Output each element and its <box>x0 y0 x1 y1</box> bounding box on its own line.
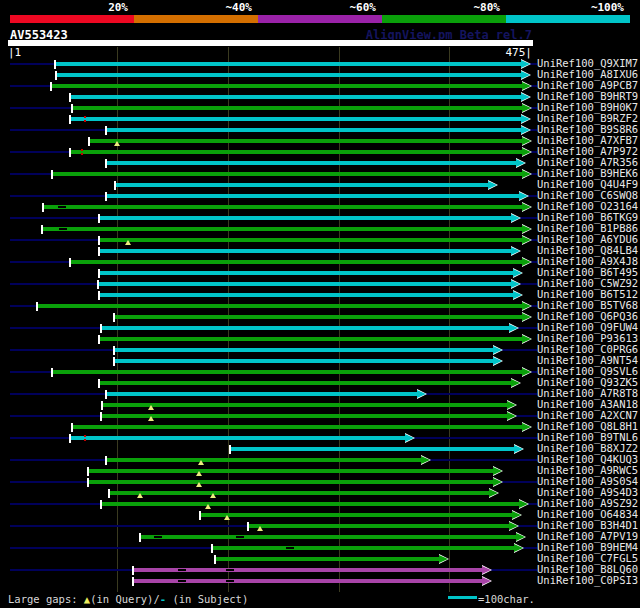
alignment-bar[interactable] <box>213 546 516 550</box>
subject-gap-marker <box>226 580 234 582</box>
alignment-bar[interactable] <box>73 106 523 110</box>
alignment-arrowhead <box>522 203 531 211</box>
alignment-bar[interactable] <box>71 436 406 440</box>
alignment-bar[interactable] <box>110 491 490 495</box>
subject-gap-marker <box>236 536 244 538</box>
alignment-arrowhead <box>512 511 521 519</box>
alignment-arrowhead <box>522 137 531 145</box>
alignment-bar[interactable] <box>100 249 512 253</box>
alignment-arrowhead <box>482 566 491 574</box>
query-gap-marker <box>224 515 230 520</box>
alignment-bar[interactable] <box>89 480 495 484</box>
alignment-arrowhead <box>516 159 525 167</box>
alignment-bar[interactable] <box>71 260 523 264</box>
alignment-arrowhead <box>521 93 530 101</box>
alignment-arrowhead <box>421 456 430 464</box>
alignment-arrowhead <box>522 170 531 178</box>
alignment-bar[interactable] <box>100 293 514 297</box>
alignment-arrowhead <box>493 357 502 365</box>
alignment-bar[interactable] <box>38 304 523 308</box>
alignment-bar[interactable] <box>102 414 508 418</box>
identity-scale-label: ~100% <box>500 2 624 14</box>
identity-scale-label: ~80% <box>376 2 500 14</box>
alignment-arrowhead <box>521 126 530 134</box>
gap-legend-query-text: (in Query)/ <box>90 593 160 605</box>
alignment-bar[interactable] <box>52 84 523 88</box>
subject-gap-marker <box>226 569 234 571</box>
alignment-bar[interactable] <box>107 128 521 132</box>
query-gap-marker <box>137 493 143 498</box>
scale-legend-bar <box>448 596 477 599</box>
identity-scale-label: ~40% <box>128 2 252 14</box>
alignment-bar[interactable] <box>107 161 517 165</box>
identity-scale-segment <box>258 15 382 23</box>
alignment-bar[interactable] <box>134 568 483 572</box>
alignment-arrowhead <box>405 434 414 442</box>
alignment-bar[interactable] <box>71 117 522 121</box>
identity-scale-segment <box>382 15 506 23</box>
query-gap-marker <box>210 493 216 498</box>
alignment-bar[interactable] <box>99 282 512 286</box>
alignment-arrowhead <box>493 346 502 354</box>
alignment-arrowhead <box>488 181 497 189</box>
mismatch-marker <box>84 116 86 118</box>
alignment-bar[interactable] <box>107 392 417 396</box>
alignment-bar[interactable] <box>100 216 512 220</box>
alignment-arrowhead <box>514 544 523 552</box>
gap-legend-prefix: Large gaps: <box>8 593 84 605</box>
identity-scale-segment <box>506 15 630 23</box>
alignment-bar[interactable] <box>43 227 523 231</box>
identity-scale-label: 20% <box>4 2 128 14</box>
alignment-bar[interactable] <box>57 73 522 77</box>
alignment-arrowhead <box>522 104 531 112</box>
alignment-bar[interactable] <box>107 458 422 462</box>
alignment-bar[interactable] <box>73 425 523 429</box>
alignment-arrowhead <box>522 302 531 310</box>
alignment-bar[interactable] <box>141 535 518 539</box>
alignment-bar[interactable] <box>249 524 510 528</box>
alignment-arrowhead <box>522 313 531 321</box>
alignment-bar[interactable] <box>53 172 523 176</box>
alignment-bar[interactable] <box>103 403 507 407</box>
scale-legend-label: =100char. <box>478 592 535 606</box>
alignview-screen: 20%~40%~60%~80%~100% AV553423 AlignView.… <box>0 0 640 608</box>
subject-gap-marker <box>58 206 66 208</box>
alignment-bar[interactable] <box>71 150 523 154</box>
alignment-arrowhead <box>417 390 426 398</box>
alignment-arrowhead <box>514 445 523 453</box>
alignment-bar[interactable] <box>102 502 520 506</box>
alignment-bar[interactable] <box>100 381 512 385</box>
alignment-bar[interactable] <box>107 194 519 198</box>
ruler-end-label: 475| <box>506 47 533 59</box>
gap-legend: Large gaps: ▲(in Query)/- (in Subject) <box>8 592 248 606</box>
alignment-bar[interactable] <box>100 337 523 341</box>
mismatch-marker <box>81 149 83 151</box>
alignment-bar[interactable] <box>56 62 522 66</box>
alignment-bar[interactable] <box>216 557 440 561</box>
alignment-bar[interactable] <box>231 447 515 451</box>
alignment-bar[interactable] <box>115 315 523 319</box>
alignment-bar[interactable] <box>115 359 494 363</box>
alignment-bar[interactable] <box>100 238 523 242</box>
alignment-bar[interactable] <box>100 271 514 275</box>
alignment-bar[interactable] <box>134 579 483 583</box>
alignment-bar[interactable] <box>90 139 523 143</box>
alignment-bar[interactable] <box>102 326 510 330</box>
alignment-bar[interactable] <box>201 513 513 517</box>
query-gap-marker <box>257 526 263 531</box>
alignment-label[interactable]: UniRef100_C0PSI3 <box>537 575 638 586</box>
subject-gap-marker <box>154 536 162 538</box>
subject-gap-marker <box>178 580 186 582</box>
alignment-arrowhead <box>511 280 520 288</box>
alignment-bar[interactable] <box>44 205 523 209</box>
query-gap-marker <box>205 504 211 509</box>
alignment-bar[interactable] <box>89 469 495 473</box>
alignment-arrowhead <box>521 60 530 68</box>
alignment-arrowhead <box>521 115 530 123</box>
alignment-bar[interactable] <box>71 95 522 99</box>
alignment-bar[interactable] <box>53 370 523 374</box>
query-gap-marker <box>125 240 131 245</box>
alignment-bar[interactable] <box>116 183 488 187</box>
alignment-arrowhead <box>507 401 516 409</box>
alignment-bar[interactable] <box>115 348 494 352</box>
